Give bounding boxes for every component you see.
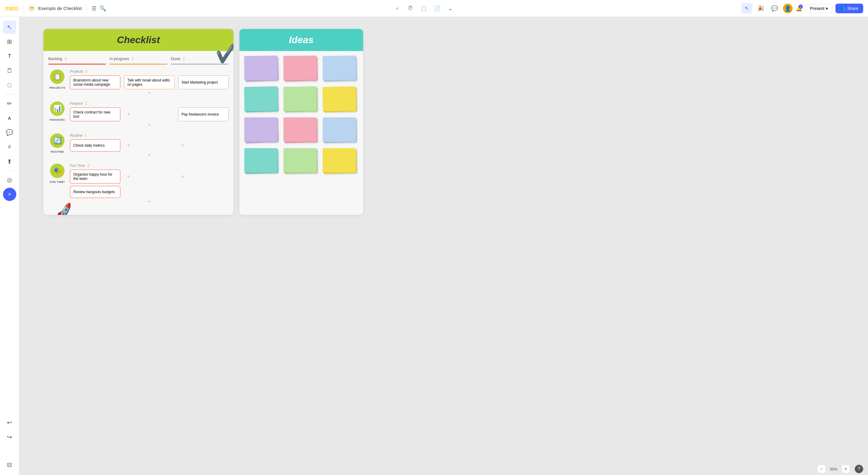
sticky-stack-purple-1[interactable] (244, 56, 280, 83)
sticky-note-purple-2c (244, 117, 277, 142)
sticky-note-green-1c (283, 86, 317, 111)
tool-pen[interactable]: ✏ (3, 97, 16, 110)
ideas-panel: Ideas (240, 29, 363, 215)
sticky-stack-green-1[interactable] (283, 87, 319, 114)
sticky-stack-yellow-2[interactable] (323, 148, 358, 175)
add-inprogress-finance[interactable]: + (127, 111, 130, 118)
add-inprogress-funtime[interactable]: + (127, 173, 130, 180)
task-routine-inprogress-empty: + (124, 140, 174, 151)
sidebar-separator-2 (5, 171, 14, 171)
add-funtime-task[interactable]: + (70, 198, 228, 205)
task-finance-backlog[interactable]: Check contract for new tool (70, 108, 120, 121)
sticky-stack-teal-1[interactable] (244, 87, 280, 114)
category-routine: 🔄 ROUTINE Routine 1 Check daily metrics (48, 133, 228, 159)
tool-comment[interactable]: 💬 (3, 126, 16, 139)
col-inprogress-header: In progress 1 (110, 56, 167, 61)
sticky-stack-blue-1[interactable] (323, 56, 358, 83)
sticky-note-blue-2c (323, 117, 356, 142)
inprogress-divider (110, 64, 167, 65)
frame-icon[interactable]: ⬚ (418, 3, 429, 14)
finance-tasks: Finance 2 Check contract for new tool + (70, 101, 228, 128)
routine-icon-col: 🔄 ROUTINE (48, 133, 66, 153)
task-projects-done[interactable]: Start Marketing project (178, 76, 228, 89)
sticky-note-green-2c (283, 148, 317, 172)
divider-2 (87, 4, 87, 13)
add-done-routine[interactable]: + (181, 142, 185, 149)
ideas-body (240, 51, 363, 180)
sticky-stack-green-2[interactable] (283, 148, 319, 175)
tool-shape[interactable]: ◎ (3, 173, 16, 186)
sticky-note-yellow-1c (322, 86, 356, 111)
tool-sticky[interactable]: 🗒 (3, 64, 16, 77)
tool-upload[interactable]: ⬆ (3, 155, 16, 168)
tool-add[interactable]: + (3, 188, 16, 201)
tool-font[interactable]: A (3, 111, 16, 125)
funtime-tasks: Fun Time 2 Organize happy hour for the t… (70, 164, 228, 205)
task-funtime-inprogress2-empty (124, 186, 174, 198)
funtime-icon-col: 🎭 FUN TIME! (48, 164, 66, 183)
search-icon[interactable]: 🔍 (99, 5, 106, 12)
task-projects-inprogress[interactable]: Talk with Israel about edits on pages (124, 76, 174, 89)
add-inprogress-routine[interactable]: + (127, 142, 130, 149)
add-finance-task[interactable]: + (70, 121, 228, 128)
finance-row-label: Finance 2 (70, 101, 228, 106)
add-routine-task[interactable]: + (70, 151, 228, 159)
projects-icon: 📋 (50, 69, 65, 84)
tool-rectangle[interactable]: □ (3, 79, 16, 92)
tool-select[interactable]: ↖ (3, 21, 16, 34)
task-funtime-inprogress-empty: + (124, 170, 174, 183)
routine-icon: 🔄 (50, 133, 65, 148)
topbar-center: ‹ ⏱ ⬚ 📄 ⌄ (392, 3, 434, 14)
sticky-stack-pink-1[interactable] (283, 56, 319, 83)
col-dividers (48, 64, 228, 65)
board-title[interactable]: Exemplo de Checklist (38, 6, 82, 11)
sticky-note-purple-1c (244, 56, 277, 80)
canvas[interactable]: Checklist ✔️ Backlog 5 In progress 1 Don… (19, 17, 434, 237)
shield-icon: 🛡 (28, 5, 35, 12)
sticky-stack-pink-2[interactable] (283, 117, 319, 145)
projects-task-grid: Brainstorm about new social media campai… (70, 76, 228, 89)
sticky-note-teal-1c (244, 86, 277, 111)
sticky-note-pink-1c (283, 56, 317, 80)
finance-icon: 📊 (50, 101, 65, 116)
sticky-stack-purple-2[interactable] (244, 117, 280, 145)
finance-task-grid: Check contract for new tool + Pay freela… (70, 108, 228, 121)
add-projects-task[interactable]: + (70, 89, 228, 96)
timer-icon[interactable]: ⏱ (405, 3, 416, 14)
sticky-note-pink-2c (283, 117, 317, 142)
sticky-stack-teal-2[interactable] (244, 148, 280, 175)
tool-table[interactable]: ⊞ (3, 35, 16, 48)
sticky-stack-yellow-1[interactable] (323, 87, 358, 114)
projects-icon-col: 📋 PROJECTS (48, 69, 66, 89)
task-finance-inprogress-empty: + (124, 108, 174, 121)
category-projects: 📋 PROJECTS Projects 3 Brainstorm about n… (48, 69, 228, 96)
category-funtime: 🎭 FUN TIME! Fun Time 2 Organize happy ho… (48, 164, 228, 205)
tool-text[interactable]: T (3, 50, 16, 63)
col-backlog-header: Backlog 5 (48, 56, 106, 61)
routine-task-grid: Check daily metrics + + (70, 140, 228, 151)
funtime-task-grid-2: Review hangouts budgets (70, 186, 228, 198)
divider-1 (23, 4, 23, 13)
task-funtime-backlog2[interactable]: Review hangouts budgets (70, 186, 120, 198)
backlog-divider (48, 64, 106, 65)
routine-tasks: Routine 1 Check daily metrics + + (70, 133, 228, 159)
task-funtime-backlog1[interactable]: Organize happy hour for the team (70, 170, 120, 183)
ideas-title: Ideas (240, 29, 363, 51)
menu-icon[interactable]: ☰ (92, 5, 96, 12)
checklist-title: Checklist (43, 29, 234, 51)
tool-frame[interactable]: # (3, 140, 16, 154)
sticky-stack-blue-2[interactable] (323, 117, 358, 145)
category-finance: 📊 FINANCES Finance 2 Check contract for … (48, 101, 228, 128)
task-finance-done[interactable]: Pay freelancers invoice (178, 108, 228, 121)
arrow-left-icon[interactable]: ‹ (392, 3, 403, 14)
miro-logo: miro (5, 4, 18, 12)
task-projects-backlog[interactable]: Brainstorm about new social media campai… (70, 76, 120, 89)
sticky-notes-grid (244, 56, 358, 175)
left-sidebar: ↖ ⊞ T 🗒 □ ✏ A 💬 # ⬆ ◎ + ↩ ↪ ⊟ (0, 17, 19, 237)
add-done-funtime[interactable]: + (181, 173, 185, 180)
funtime-icon: 🎭 (50, 164, 65, 178)
task-routine-backlog[interactable]: Check daily metrics (70, 140, 120, 151)
document-icon[interactable]: 📄 (432, 3, 434, 14)
task-funtime-done2-empty (178, 186, 228, 198)
topbar-left: miro 🛡 Exemplo de Checklist ☰ 🔍 (5, 4, 106, 13)
